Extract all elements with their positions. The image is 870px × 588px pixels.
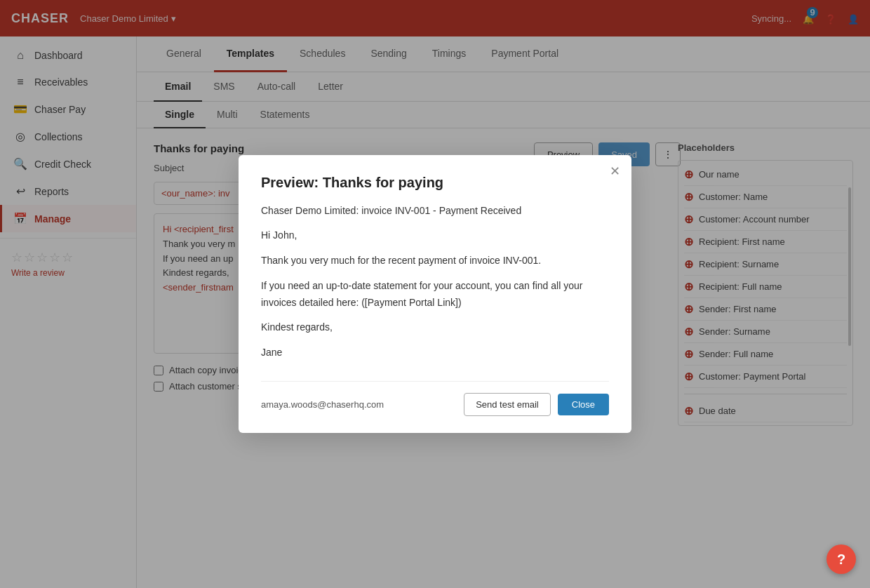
modal-body-1: Thank you very much for the recent payme… — [261, 253, 609, 269]
test-email-address: amaya.woods@chaserhq.com — [261, 399, 384, 410]
modal-title: Preview: Thanks for paying — [261, 175, 609, 191]
modal-email-header: Chaser Demo Limited: invoice INV-001 - P… — [261, 205, 609, 216]
modal-close-btn[interactable]: Close — [558, 394, 609, 415]
modal-body: Hi John, Thank you very much for the rec… — [261, 227, 609, 361]
modal-greeting: Hi John, — [261, 227, 609, 244]
help-button[interactable]: ? — [826, 544, 856, 574]
send-test-email-button[interactable]: Send test email — [464, 393, 551, 416]
modal-sender: Jane — [261, 345, 609, 361]
preview-modal: ✕ Preview: Thanks for paying Chaser Demo… — [239, 155, 631, 433]
modal-body-2: If you need an up-to-date statement for … — [261, 278, 609, 312]
modal-overlay[interactable]: ✕ Preview: Thanks for paying Chaser Demo… — [0, 0, 870, 588]
modal-footer: amaya.woods@chaserhq.com Send test email… — [261, 381, 609, 416]
modal-signoff: Kindest regards, — [261, 319, 609, 336]
modal-close-button[interactable]: ✕ — [610, 165, 620, 178]
